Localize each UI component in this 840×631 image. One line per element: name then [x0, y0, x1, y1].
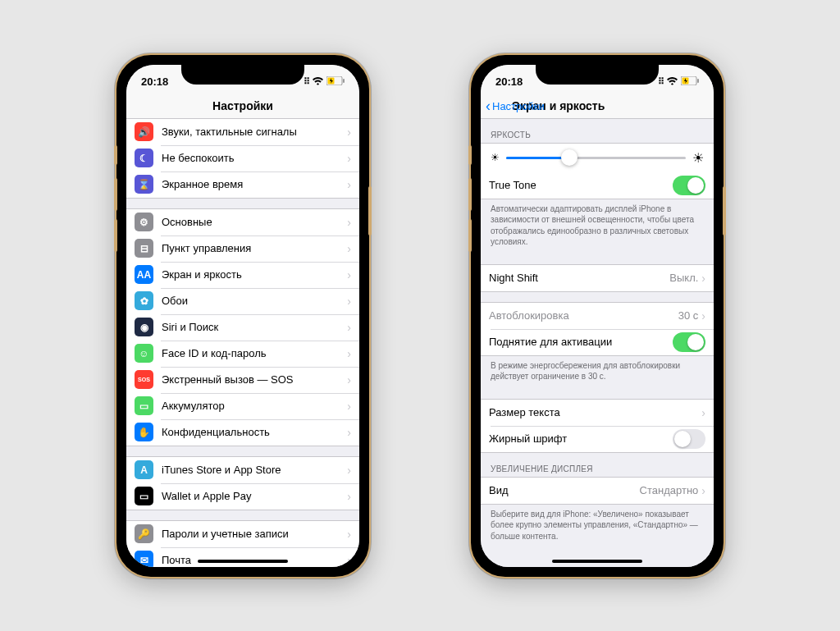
slider-thumb[interactable] [561, 149, 578, 166]
text-size-label: Размер текста [489, 406, 701, 418]
row-bold-text[interactable]: Жирный шрифт [481, 426, 714, 452]
settings-group: ⚙Основные›⊟Пункт управления›AAЭкран и яр… [126, 208, 359, 446]
volume-up-button[interactable] [114, 178, 117, 211]
settings-group: AiTunes Store и App Store›▭Wallet и Appl… [126, 456, 359, 510]
settings-row[interactable]: 🔊Звуки, тактильные сигналы› [126, 119, 359, 145]
chevron-right-icon: › [347, 321, 351, 334]
nav-bar: ‹ Настройки Экран и яркость [481, 94, 714, 119]
chevron-right-icon: › [701, 484, 705, 497]
settings-row-label: iTunes Store и App Store [162, 464, 347, 476]
side-button[interactable] [368, 186, 372, 235]
status-time: 20:18 [495, 75, 523, 88]
settings-row[interactable]: AiTunes Store и App Store› [126, 457, 359, 483]
notch [181, 65, 304, 85]
section-header-zoom: УВЕЛИЧЕНИЕ ДИСПЛЕЯ [481, 453, 714, 477]
row-auto-lock[interactable]: Автоблокировка 30 c › [481, 303, 714, 329]
brightness-slider-row: ☀ ☀ [481, 144, 714, 172]
night-shift-value: Выкл. [669, 272, 698, 284]
settings-row-label: Пароли и учетные записи [162, 528, 347, 540]
bold-text-switch[interactable] [673, 429, 705, 449]
settings-list[interactable]: 🔊Звуки, тактильные сигналы›☾Не беспокоит… [126, 119, 359, 567]
settings-app-icon: ☺ [135, 344, 153, 363]
chevron-right-icon: › [347, 126, 351, 139]
settings-row[interactable]: SOSЭкстренный вызов — SOS› [126, 367, 359, 393]
settings-row-label: Пункт управления [162, 242, 347, 254]
settings-row[interactable]: ☾Не беспокоить› [126, 145, 359, 171]
row-night-shift[interactable]: Night Shift Выкл. › [481, 265, 714, 291]
wifi-icon [313, 77, 323, 87]
phone-right: 20:18 ⠿ ‹ Настройки Экран и яркость ЯРКО… [469, 53, 725, 578]
settings-app-icon: ⌛ [135, 175, 153, 194]
chevron-right-icon: › [347, 400, 351, 413]
back-button[interactable]: ‹ Настройки [486, 98, 545, 113]
back-label: Настройки [492, 100, 545, 112]
true-tone-label: True Tone [489, 179, 673, 191]
row-view[interactable]: Вид Стандартно › [481, 478, 714, 504]
settings-row[interactable]: 🔑Пароли и учетные записи› [126, 521, 359, 547]
volume-down-button[interactable] [114, 219, 117, 252]
mute-switch[interactable] [468, 145, 472, 165]
home-indicator[interactable] [552, 560, 642, 563]
svg-rect-2 [343, 79, 345, 83]
screen-left: 20:18 ⠿ Настройки 🔊Звуки, тактильные сиг… [126, 65, 359, 567]
cell-signal-icon: ⠿ [304, 76, 309, 87]
auto-lock-value: 30 c [678, 309, 699, 322]
settings-row[interactable]: ✋Конфиденциальность› [126, 419, 359, 446]
chevron-right-icon: › [347, 152, 351, 165]
nav-title: Настройки [212, 99, 273, 112]
row-true-tone[interactable]: True Tone [481, 172, 714, 199]
mute-switch[interactable] [114, 145, 117, 165]
settings-row[interactable]: ⚙Основные› [126, 209, 359, 235]
footer-view: Выберите вид для iPhone: «Увеличено» пок… [481, 505, 714, 549]
settings-app-icon: ⚙ [135, 213, 153, 231]
home-indicator[interactable] [198, 560, 288, 563]
side-button[interactable] [723, 186, 726, 235]
settings-row[interactable]: ⌛Экранное время› [126, 171, 359, 198]
settings-row[interactable]: ☺Face ID и код-пароль› [126, 341, 359, 367]
chevron-right-icon: › [347, 528, 351, 541]
settings-row[interactable]: ✿Обои› [126, 288, 359, 314]
status-time: 20:18 [141, 75, 168, 88]
settings-app-icon: ▭ [135, 396, 153, 415]
chevron-right-icon: › [701, 272, 705, 285]
view-label: Вид [489, 484, 640, 496]
settings-app-icon: ✉ [135, 551, 153, 567]
settings-row[interactable]: ⊟Пункт управления› [126, 235, 359, 262]
settings-row[interactable]: ▭Wallet и Apple Pay› [126, 483, 359, 510]
chevron-right-icon: › [347, 216, 351, 229]
settings-row-label: Конфиденциальность [162, 426, 347, 438]
brightness-slider[interactable] [506, 157, 686, 159]
settings-app-icon: 🔑 [135, 524, 153, 543]
chevron-right-icon: › [347, 268, 351, 281]
notch [536, 65, 659, 85]
chevron-left-icon: ‹ [486, 98, 491, 113]
chevron-right-icon: › [701, 406, 705, 419]
battery-icon [326, 76, 345, 87]
brightness-low-icon: ☀ [491, 152, 500, 163]
footer-auto-lock: В режиме энергосбережения для автоблокир… [481, 356, 714, 389]
settings-row-label: Не беспокоить [162, 152, 347, 164]
settings-row-label: Аккумулятор [162, 400, 347, 412]
settings-row[interactable]: ✉Почта› [126, 547, 359, 567]
volume-down-button[interactable] [468, 219, 472, 252]
nav-bar: Настройки [126, 94, 359, 119]
settings-row[interactable]: ▭Аккумулятор› [126, 393, 359, 419]
settings-row-label: Экран и яркость [162, 268, 347, 281]
row-text-size[interactable]: Размер текста › [481, 400, 714, 426]
settings-row[interactable]: AAЭкран и яркость› [126, 262, 359, 288]
volume-up-button[interactable] [468, 178, 472, 211]
section-header-brightness: ЯРКОСТЬ [481, 119, 714, 143]
settings-row[interactable]: ◉Siri и Поиск› [126, 314, 359, 341]
settings-app-icon: ☾ [135, 149, 153, 167]
brightness-high-icon: ☀ [692, 150, 704, 166]
row-raise-to-wake[interactable]: Поднятие для активации [481, 329, 714, 355]
chevron-right-icon: › [347, 490, 351, 503]
settings-row-label: Экранное время [162, 178, 347, 190]
chevron-right-icon: › [347, 426, 351, 439]
raise-to-wake-switch[interactable] [673, 332, 705, 352]
settings-row-label: Wallet и Apple Pay [162, 490, 347, 502]
chevron-right-icon: › [347, 373, 351, 386]
display-brightness-list[interactable]: ЯРКОСТЬ ☀ ☀ True Tone Автоматически адап… [481, 119, 714, 567]
true-tone-switch[interactable] [673, 176, 705, 195]
battery-icon [681, 76, 699, 87]
